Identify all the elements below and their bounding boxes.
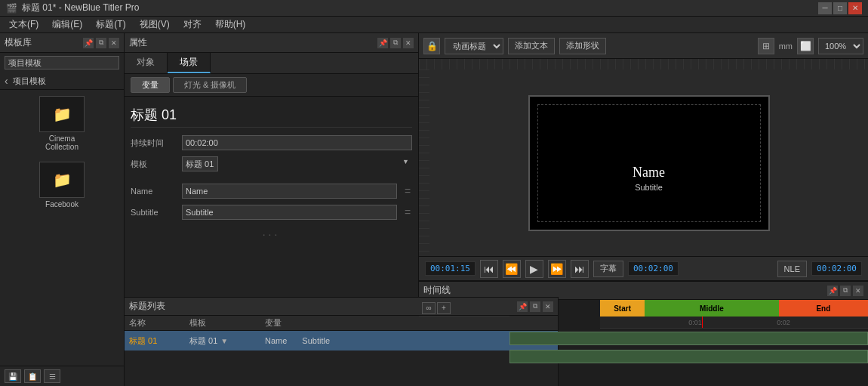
timeline-playhead[interactable] — [702, 317, 703, 328]
timeline-close-button[interactable]: ✕ — [853, 286, 863, 296]
nle-button[interactable]: NLE — [777, 261, 807, 277]
display-button[interactable]: ⬜ — [797, 38, 814, 54]
library-copy-button[interactable]: 📋 — [24, 369, 41, 383]
properties-pop-button[interactable]: ⧉ — [390, 38, 401, 48]
facebook-folder-icon: 📁 — [39, 162, 85, 198]
menu-title[interactable]: 标题(T) — [90, 17, 131, 32]
template-label: 模板 — [131, 159, 176, 170]
ruler-left — [419, 69, 429, 256]
menu-edit[interactable]: 编辑(E) — [46, 17, 88, 32]
library-title: 模板库 — [5, 36, 32, 49]
library-list-button[interactable]: ☰ — [44, 369, 60, 383]
menu-help[interactable]: 帮助(H) — [209, 17, 252, 32]
step-forward-button[interactable]: ⏩ — [548, 260, 566, 278]
maximize-button[interactable]: □ — [833, 2, 847, 14]
add-shape-button[interactable]: 添加形状 — [559, 38, 606, 54]
timeline-infinity-button[interactable]: ∞ — [422, 302, 436, 314]
add-text-button[interactable]: 添加文本 — [508, 38, 555, 54]
title-bar: 🎬 标题 01* - NewBlue Titler Pro ─ □ ✕ — [0, 0, 868, 17]
name-field-row: Name = — [131, 184, 412, 199]
unit-label: mm — [779, 42, 793, 51]
rewind-end-button[interactable]: ⏭ — [571, 260, 589, 278]
nav-back-button[interactable]: ‹ — [5, 75, 8, 87]
name-field-label: Name — [131, 187, 176, 196]
properties-title-heading: 标题 01 — [131, 103, 412, 128]
subtitle-field-label: Subtitle — [131, 208, 176, 217]
library-panel: 模板库 📌 ⧉ ✕ 项目模板 ‹ 项目模板 📁 CinemaCollection… — [0, 33, 125, 386]
track-subtitle-bar[interactable] — [509, 350, 868, 363]
list-row-var2: Subtitle — [302, 336, 330, 345]
list-item[interactable]: 标题 01 标题 01 ▼ Name Subtitle — [125, 331, 558, 350]
duration-input[interactable] — [182, 135, 412, 150]
track-name-bar[interactable] — [509, 332, 868, 345]
menu-bar: 文本(F) 编辑(E) 标题(T) 视图(V) 对齐 帮助(H) — [0, 17, 868, 33]
ruler-top — [419, 59, 868, 69]
window-title: 标题 01* - NewBlue Titler Pro — [22, 2, 139, 14]
library-items: 📁 CinemaCollection 📁 Facebook — [0, 90, 124, 366]
current-time-display: 00:01:15 — [425, 261, 476, 276]
subtitle-field-row: Subtitle = — [131, 205, 412, 220]
close-button[interactable]: ✕ — [848, 2, 862, 14]
timeline-ruler: 0:01 0:02 — [600, 317, 868, 329]
template-select[interactable]: 标题 01 — [182, 156, 218, 171]
subtitle-field-input[interactable] — [182, 205, 397, 220]
menu-file[interactable]: 文本(F) — [3, 17, 45, 32]
template-select-wrap: 标题 01 — [182, 156, 412, 171]
preview-toolbar: 🔒 动画标题 添加文本 添加形状 ⊞ mm ⬜ 100% — [419, 33, 868, 59]
subtab-lighting[interactable]: 灯光 & 摄像机 — [173, 77, 247, 93]
properties-header: 属性 📌 ⧉ ✕ — [125, 33, 418, 53]
properties-pin-button[interactable]: 📌 — [377, 38, 388, 48]
track-name-block — [509, 332, 868, 345]
library-path: 项目模板 — [13, 76, 46, 87]
timeline-segments: Start Middle End — [600, 300, 868, 317]
library-footer: 💾 📋 ☰ — [0, 366, 124, 386]
animation-select[interactable]: 动画标题 — [445, 38, 503, 54]
preview-name-text: Name — [633, 165, 665, 181]
name-equals-icon: = — [403, 185, 412, 197]
play-button[interactable]: ▶ — [525, 260, 543, 278]
subtitle-button[interactable]: 字幕 — [593, 261, 623, 277]
list-row-name: 标题 01 — [129, 335, 189, 347]
template-dropdown-arrow[interactable]: ▼ — [220, 337, 228, 345]
lock-button[interactable]: 🔒 — [423, 38, 440, 54]
title-list-rows: 标题 01 标题 01 ▼ Name Subtitle — [125, 331, 558, 386]
timeline-add-button[interactable]: + — [437, 302, 451, 314]
menu-align[interactable]: 对齐 — [177, 17, 208, 32]
template-row: 模板 标题 01 — [131, 156, 412, 171]
step-back-button[interactable]: ⏪ — [503, 260, 521, 278]
timeline-pin-button[interactable]: 📌 — [827, 286, 838, 296]
title-bar-left: 🎬 标题 01* - NewBlue Titler Pro — [6, 2, 139, 14]
library-nav: ‹ 项目模板 — [0, 73, 124, 90]
preview-canvas[interactable]: Name Subtitle — [528, 95, 770, 231]
minimize-button[interactable]: ─ — [818, 2, 832, 14]
tab-object[interactable]: 对象 — [125, 53, 168, 73]
library-close-button[interactable]: ✕ — [109, 38, 119, 48]
library-save-button[interactable]: 💾 — [5, 369, 21, 383]
library-pin-button[interactable]: 📌 — [83, 38, 94, 48]
name-field-input[interactable] — [182, 184, 397, 199]
segment-end[interactable]: End — [779, 300, 868, 317]
cinema-item-label: CinemaCollection — [45, 134, 78, 151]
track-subtitle-block — [509, 350, 868, 363]
subtab-variables[interactable]: 变量 — [131, 77, 170, 93]
segment-middle[interactable]: Middle — [645, 300, 779, 317]
zoom-select[interactable]: 100% — [818, 38, 863, 54]
library-item-cinema[interactable]: 📁 CinemaCollection — [3, 93, 121, 154]
menu-view[interactable]: 视图(V) — [134, 17, 176, 32]
timeline-add-controls: ∞ + — [419, 300, 509, 317]
properties-title: 属性 — [129, 36, 147, 49]
library-panel-controls: 📌 ⧉ ✕ — [83, 38, 119, 48]
segment-start[interactable]: Start — [600, 300, 645, 317]
rewind-start-button[interactable]: ⏮ — [480, 260, 498, 278]
library-item-facebook[interactable]: 📁 Facebook — [3, 159, 121, 212]
library-pop-button[interactable]: ⧉ — [96, 38, 106, 48]
facebook-item-label: Facebook — [45, 200, 78, 208]
properties-close-button[interactable]: ✕ — [403, 38, 414, 48]
library-dropdown[interactable]: 项目模板 — [5, 56, 119, 69]
timeline-pop-button[interactable]: ⧉ — [840, 286, 851, 296]
col-vars: 变量 — [265, 317, 553, 329]
tab-scene[interactable]: 场景 — [168, 53, 211, 73]
playback-bar: 00:01:15 ⏮ ⏪ ▶ ⏩ ⏭ 字幕 00:02:00 NLE 00:02… — [419, 256, 868, 280]
title-bar-controls[interactable]: ─ □ ✕ — [818, 2, 862, 14]
grid-button[interactable]: ⊞ — [758, 38, 774, 54]
